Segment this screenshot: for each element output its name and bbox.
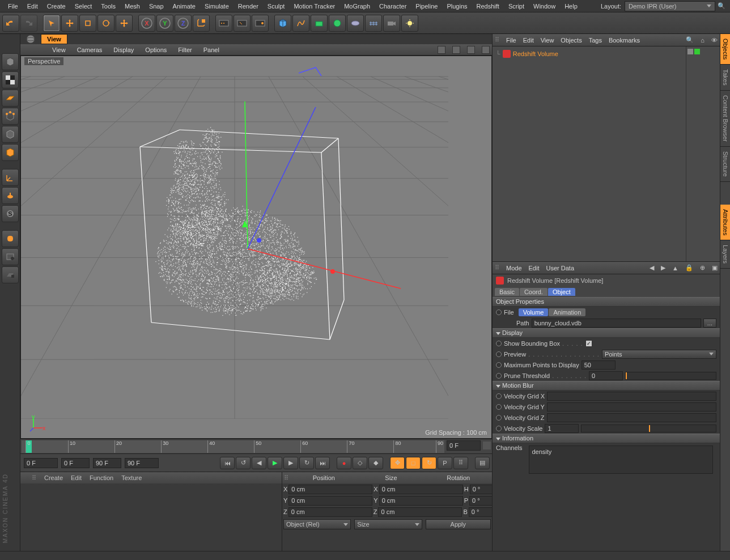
vmenu-filter[interactable]: Filter: [176, 45, 194, 54]
menu-mesh[interactable]: Mesh: [120, 1, 145, 11]
vnav-zoom-icon[interactable]: [452, 46, 460, 54]
goto-start-button[interactable]: ⏮: [220, 457, 235, 469]
y-axis-button[interactable]: Y: [156, 15, 173, 32]
prune-radio[interactable]: [496, 373, 502, 379]
coord-mode-dropdown[interactable]: Object (Rel): [283, 519, 351, 529]
scale-button[interactable]: [79, 15, 96, 32]
vmenu-cameras[interactable]: Cameras: [75, 45, 105, 54]
information-header[interactable]: Information: [493, 434, 720, 443]
generator-button[interactable]: [311, 15, 328, 32]
menu-character[interactable]: Character: [375, 1, 411, 11]
menu-script[interactable]: Script: [504, 1, 529, 11]
attr-fwd-icon[interactable]: ▶: [661, 264, 665, 271]
render-settings-button[interactable]: [252, 15, 269, 32]
undo-button[interactable]: [2, 15, 19, 32]
vmenu-display[interactable]: Display: [111, 45, 136, 54]
render-view-button[interactable]: [215, 15, 232, 32]
subtab-animation[interactable]: Animation: [549, 308, 585, 316]
rotate-button[interactable]: [97, 15, 114, 32]
vnav-rotate-icon[interactable]: [467, 46, 475, 54]
om-edit[interactable]: Edit: [523, 37, 534, 44]
texture-mode-button[interactable]: [2, 71, 19, 88]
preview-radio[interactable]: [496, 351, 502, 357]
goto-end-button[interactable]: ⏭: [315, 457, 330, 469]
om-bookmarks[interactable]: Bookmarks: [609, 37, 640, 44]
tree-item-redshift-volume[interactable]: └ Redshift Volume: [495, 49, 684, 59]
attr-tab-object[interactable]: Object: [548, 288, 575, 296]
menu-file[interactable]: File: [3, 1, 23, 11]
size-x-field[interactable]: [379, 485, 463, 494]
viewport-solo-button[interactable]: [2, 248, 19, 265]
workplane-button[interactable]: [2, 90, 19, 107]
keysel-button[interactable]: ◆: [368, 457, 383, 469]
menu-edit[interactable]: Edit: [23, 1, 43, 11]
timeline[interactable]: 0 10 20 30 40 50 60 70 80 90: [20, 439, 492, 453]
point-mode-button[interactable]: [2, 108, 19, 125]
vgy-field[interactable]: [547, 402, 716, 411]
rtab-takes[interactable]: Takes: [720, 65, 730, 91]
rtab-structure[interactable]: Structure: [720, 147, 730, 182]
next-frame-button[interactable]: ▶: [283, 457, 298, 469]
menu-sculpt[interactable]: Sculpt: [263, 1, 290, 11]
mat-texture[interactable]: Texture: [121, 474, 142, 481]
key-param-button[interactable]: P: [438, 457, 452, 469]
rtab-content[interactable]: Content Browser: [720, 91, 730, 147]
om-eye-icon[interactable]: 👁: [711, 37, 718, 44]
rtab-attributes[interactable]: Attributes: [720, 205, 730, 240]
x-axis-button[interactable]: X: [138, 15, 155, 32]
size-mode-dropdown[interactable]: Size: [354, 519, 422, 529]
model-mode-button[interactable]: [2, 53, 19, 70]
om-view[interactable]: View: [541, 37, 554, 44]
size-y-field[interactable]: [379, 496, 463, 506]
menu-motiontracker[interactable]: Motion Tracker: [289, 1, 339, 11]
tweak-button[interactable]: [2, 187, 19, 204]
menu-pipeline[interactable]: Pipeline: [411, 1, 442, 11]
display-section-header[interactable]: Display: [493, 328, 720, 338]
next-key-button[interactable]: ↻: [299, 457, 314, 469]
floor-button[interactable]: [365, 15, 382, 32]
attr-userdata[interactable]: User Data: [546, 265, 575, 271]
vis-render-icon[interactable]: [694, 49, 700, 54]
size-z-field[interactable]: [378, 507, 462, 517]
object-tree[interactable]: └ Redshift Volume: [493, 46, 720, 262]
autokey-button[interactable]: ◇: [353, 457, 367, 469]
vgx-field[interactable]: [547, 392, 716, 401]
bbox-checkbox[interactable]: ✓: [585, 340, 592, 347]
deformer-button[interactable]: [329, 15, 346, 32]
vmenu-options[interactable]: Options: [143, 45, 169, 54]
prev-key-button[interactable]: ↺: [236, 457, 251, 469]
apply-button[interactable]: Apply: [426, 519, 491, 529]
light-button[interactable]: [401, 15, 418, 32]
menu-snap[interactable]: Snap: [145, 1, 168, 11]
timeline-config-icon[interactable]: [483, 442, 491, 449]
environment-button[interactable]: [347, 15, 364, 32]
menu-select[interactable]: Select: [70, 1, 97, 11]
redo-button[interactable]: [20, 15, 37, 32]
om-objects[interactable]: Objects: [561, 37, 582, 44]
attr-edit[interactable]: Edit: [529, 265, 540, 271]
om-file[interactable]: File: [506, 37, 516, 44]
key-pos-button[interactable]: ✥: [390, 457, 405, 469]
rtab-layers[interactable]: Layers: [720, 240, 730, 269]
browse-button[interactable]: ...: [703, 319, 716, 328]
view-tab[interactable]: View: [41, 34, 67, 44]
play-button[interactable]: ▶: [268, 457, 282, 469]
move-last-button[interactable]: [116, 15, 133, 32]
move-button[interactable]: [61, 15, 78, 32]
preview-dropdown[interactable]: Points: [602, 350, 716, 359]
viewport[interactable]: Perspective Grid Spacing : 100 cm yx: [20, 56, 492, 439]
camera-button[interactable]: [383, 15, 400, 32]
path-field[interactable]: [532, 319, 701, 328]
menu-render[interactable]: Render: [234, 1, 263, 11]
search-icon[interactable]: 🔍: [718, 2, 727, 10]
attr-tab-coord[interactable]: Coord.: [520, 288, 548, 296]
menu-redshift[interactable]: Redshift: [472, 1, 504, 11]
vscale-field[interactable]: [545, 424, 579, 433]
cube-primitive-button[interactable]: [274, 15, 291, 32]
range-end-field[interactable]: [93, 458, 121, 468]
end-frame-field[interactable]: [125, 458, 159, 468]
menu-simulate[interactable]: Simulate: [200, 1, 234, 11]
axis-button[interactable]: [2, 169, 19, 186]
prune-slider[interactable]: [625, 372, 716, 380]
live-select-button[interactable]: [43, 15, 60, 32]
